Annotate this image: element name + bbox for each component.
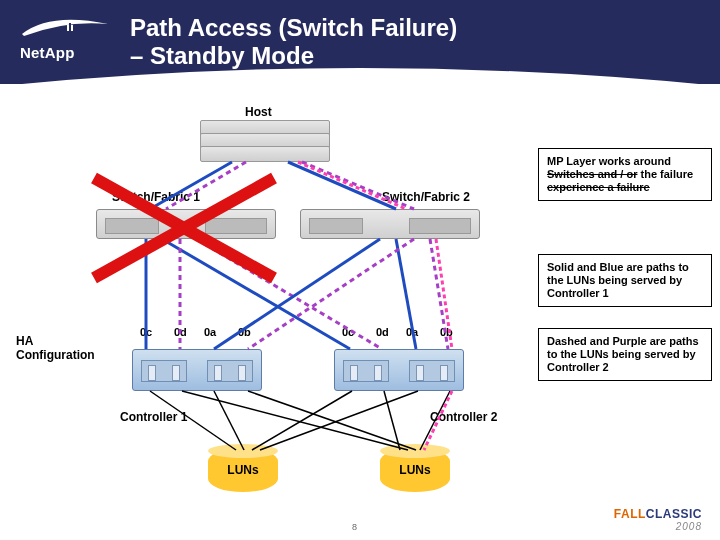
switch-fabric-2-label: Switch/Fabric 2 (382, 190, 470, 204)
svg-line-5 (288, 162, 396, 209)
port-label: 0a (204, 326, 216, 338)
port-label: 0b (238, 326, 251, 338)
port-label: 0c (342, 326, 354, 338)
controller-2-label: Controller 2 (430, 410, 497, 424)
callout-purple-paths: Dashed and Purple are paths to the LUNs … (538, 328, 712, 381)
svg-line-13 (248, 239, 414, 349)
host-device-icon (200, 120, 330, 162)
page-title: Path Access (Switch Failure) – Standby M… (130, 14, 457, 70)
switch-fabric-1-label: Switch/Fabric 1 (112, 190, 200, 204)
svg-line-17 (214, 391, 244, 450)
netapp-swoosh-icon (20, 18, 110, 38)
logo: NetApp (20, 18, 112, 70)
svg-line-18 (248, 391, 416, 450)
callout-failure: MP Layer works around Switches and / or … (538, 148, 712, 201)
svg-line-16 (182, 391, 408, 450)
header-curve (0, 64, 720, 98)
svg-line-8 (162, 239, 350, 349)
port-label: 0d (174, 326, 187, 338)
controller-1-icon (132, 349, 262, 391)
luns-2-icon: LUNs (380, 448, 450, 492)
svg-line-19 (252, 391, 352, 450)
ha-config-label: HA Configuration (16, 334, 116, 362)
controller-2-icon (334, 349, 464, 391)
footer-brand: FALLCLASSIC 2008 (614, 507, 702, 532)
luns-1-icon: LUNs (208, 448, 278, 492)
svg-line-21 (260, 391, 418, 450)
switch-1-icon (96, 209, 276, 239)
svg-rect-2 (69, 23, 71, 33)
port-label: 0d (376, 326, 389, 338)
slide: NetApp Path Access (Switch Failure) – St… (0, 0, 720, 540)
title-line1: Path Access (Switch Failure) (130, 14, 457, 41)
svg-line-20 (384, 391, 400, 450)
controller-1-label: Controller 1 (120, 410, 187, 424)
port-label: 0b (440, 326, 453, 338)
callout-blue-paths: Solid and Blue are paths to the LUNs bei… (538, 254, 712, 307)
host-label: Host (245, 105, 272, 119)
port-label: 0c (140, 326, 152, 338)
logo-text: NetApp (20, 44, 112, 61)
port-label: 0a (406, 326, 418, 338)
page-number: 8 (352, 522, 357, 532)
switch-2-icon (300, 209, 480, 239)
